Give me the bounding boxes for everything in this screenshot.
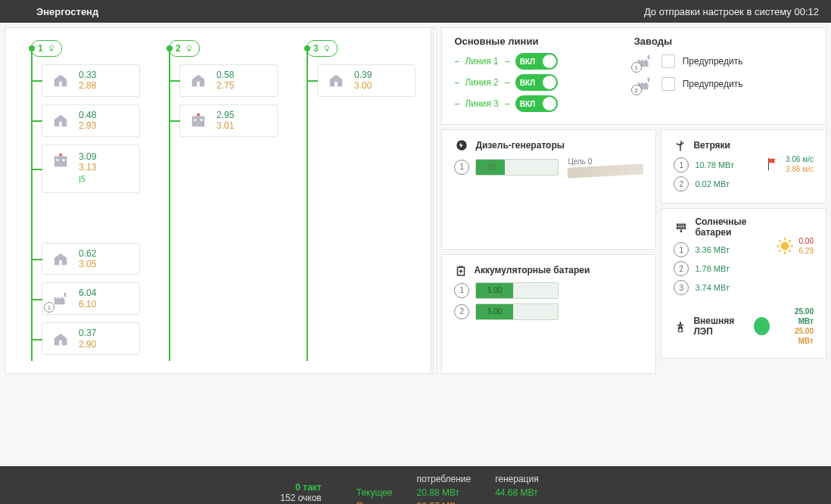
node-card[interactable]: 2.953.01 — [179, 104, 278, 137]
line-toggle-3: --Линия 3-- ВКЛ — [454, 95, 633, 112]
wind-row: 20.02 МВт — [674, 176, 764, 191]
score-label: 152 очков — [280, 493, 321, 503]
factory-icon: 1 — [634, 53, 654, 70]
solar-row: 13.36 МВт — [674, 242, 774, 257]
tower-icon — [674, 319, 687, 334]
lep-status-icon — [754, 317, 770, 335]
solar-row: 33.74 МВт — [674, 280, 774, 295]
unit-number: 2 — [454, 304, 469, 319]
charge-slider[interactable] — [475, 282, 559, 299]
house-icon — [50, 71, 71, 89]
solar-row: 21.78 МВт — [674, 261, 774, 276]
bulb-icon — [48, 45, 55, 52]
diesel-row: 1 Цель 0 — [454, 157, 643, 176]
line-badge[interactable]: 1 — [31, 40, 62, 57]
lines-factories-panel: Основные линии --Линия 1-- ВКЛ --Линия 2… — [441, 27, 826, 125]
warn-checkbox[interactable] — [661, 77, 675, 91]
node-card[interactable]: 0.623.05 — [42, 243, 140, 275]
house-icon — [50, 250, 71, 268]
diesel-panel: Дизель-генераторы 1 Цель 0 — [441, 129, 656, 250]
line-column-1: 1 0.332.88 0.482.93 3.093.13|5 0.623.05 … — [20, 40, 140, 361]
footer-bar: 0 такт 152 очков потреблениегенерация Те… — [0, 466, 831, 504]
node-card[interactable]: 1 6.046.10 — [42, 282, 140, 315]
battery-icon — [454, 263, 468, 278]
main-lines-title: Основные линии — [454, 36, 633, 47]
power-input[interactable] — [477, 160, 504, 174]
sun-icon — [775, 236, 795, 256]
toggle-switch[interactable]: ВКЛ — [515, 95, 558, 112]
toggle-switch[interactable]: ВКЛ — [515, 53, 558, 70]
solar-panel-icon — [674, 220, 689, 234]
line-toggle-2: --Линия 2-- ВКЛ — [454, 74, 633, 91]
warn-checkbox[interactable] — [661, 54, 675, 68]
line-column-2: 2 0.582.75 2.953.01 — [158, 40, 278, 361]
tact-label: 0 такт — [280, 482, 321, 493]
node-card[interactable]: 0.372.90 — [42, 322, 140, 355]
top-bar: Энергостенд До отправки настроек в систе… — [0, 0, 831, 23]
power-slider[interactable] — [475, 159, 559, 176]
summary-table: потреблениегенерация Текущее20.88 МВт44.… — [344, 472, 551, 504]
hospital-icon — [50, 151, 71, 170]
unit-number: 1 — [454, 283, 469, 298]
line-column-3: 3 0.393.00 — [296, 40, 416, 361]
house-icon — [188, 71, 209, 89]
node-card[interactable]: 3.093.13|5 — [42, 145, 140, 193]
unit-number: 1 — [454, 160, 469, 175]
wind-panel: Ветряки 110.78 МВт20.02 МВт 3.06 м/с 3.8… — [661, 129, 826, 204]
wedge-icon — [568, 163, 643, 178]
house-icon — [50, 111, 71, 129]
factory-icon: 2 — [634, 76, 654, 92]
factories-title: Заводы — [634, 36, 814, 47]
generator-icon — [454, 138, 469, 153]
node-card[interactable]: 0.482.93 — [42, 104, 140, 137]
node-card[interactable]: 0.393.00 — [317, 64, 416, 97]
scrollbar[interactable] — [430, 28, 434, 373]
battery-row: 1 — [454, 282, 643, 299]
node-card[interactable]: 0.582.75 — [179, 64, 278, 97]
line-toggle-1: --Линия 1-- ВКЛ — [454, 53, 633, 70]
charge-input[interactable] — [481, 284, 509, 297]
node-card[interactable]: 0.332.88 — [42, 64, 140, 97]
wind-icon — [674, 138, 687, 153]
factory-icon: 1 — [50, 290, 71, 308]
charge-slider[interactable] — [475, 303, 559, 320]
windsock-icon — [764, 156, 781, 173]
battery-row: 2 — [454, 303, 643, 320]
charge-input[interactable] — [481, 305, 509, 319]
bulb-icon — [323, 45, 331, 52]
bulb-icon — [185, 45, 193, 52]
toggle-switch[interactable]: ВКЛ — [515, 74, 558, 91]
factory-row-2: 2 Предупредить — [634, 76, 814, 92]
topology-panel: 1 0.332.88 0.482.93 3.093.13|5 0.623.05 … — [5, 27, 437, 374]
factory-row-1: 1 Предупредить — [634, 53, 814, 70]
countdown: До отправки настроек в систему 00:12 — [644, 6, 819, 17]
wind-row: 110.78 МВт — [674, 157, 764, 173]
house-icon — [325, 71, 347, 89]
app-title: Энергостенд — [36, 6, 98, 17]
house-icon — [50, 330, 71, 348]
batteries-panel: Аккумуляторные батареи 1 2 — [441, 254, 656, 375]
line-badge[interactable]: 2 — [169, 40, 200, 57]
hospital-icon — [188, 111, 209, 129]
solar-panel: Солнечные батареи 13.36 МВт21.78 МВт33.7… — [661, 208, 826, 359]
line-badge[interactable]: 3 — [307, 40, 338, 57]
